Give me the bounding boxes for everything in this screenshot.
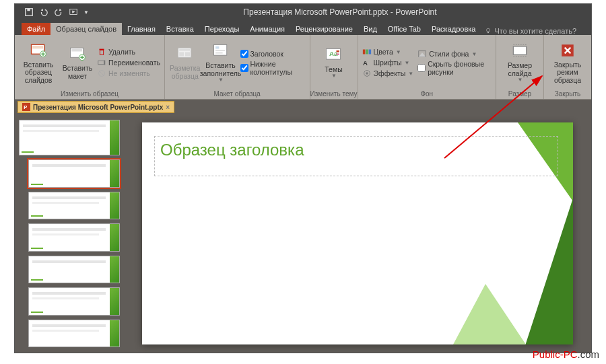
slide[interactable]: Образец заголовка [142, 122, 573, 344]
slide-master-thumbnail[interactable] [19, 120, 120, 155]
tab-view[interactable]: Вид [358, 23, 382, 35]
quick-access-toolbar: ▼ [15, 7, 89, 17]
lightbulb-icon [485, 28, 492, 34]
svg-text:P: P [24, 104, 27, 110]
qat-dropdown-icon[interactable]: ▼ [83, 9, 89, 15]
tab-office-tab[interactable]: Office Tab [382, 23, 426, 35]
footers-checkbox[interactable]: Нижние колонтитулы [240, 60, 306, 76]
svg-rect-22 [215, 50, 225, 51]
redo-icon[interactable] [54, 7, 63, 17]
insert-slide-master-icon [29, 41, 48, 60]
title-checkbox[interactable]: Заголовок [240, 50, 306, 58]
insert-layout-button[interactable]: Вставить макет [58, 38, 97, 87]
tell-me-search[interactable]: Что вы хотите сделать? [485, 27, 576, 35]
svg-rect-27 [336, 53, 339, 55]
layout-thumbnail[interactable] [28, 320, 120, 347]
svg-text:A: A [362, 59, 367, 67]
chevron-down-icon: ▼ [396, 49, 401, 55]
slide-size-button[interactable]: Размер слайда▼ [500, 38, 539, 87]
svg-rect-9 [71, 49, 82, 52]
layout-thumbnail[interactable] [28, 159, 120, 187]
close-master-view-button[interactable]: Закрыть режим образца [548, 38, 587, 87]
watermark: Public-PC.com [533, 349, 599, 360]
slide-size-icon [510, 42, 529, 61]
group-label-close: Закрыть [544, 90, 591, 99]
master-layout-icon [176, 44, 195, 63]
document-tab-label: Презентация Microsoft PowerPoint.pptx [33, 104, 163, 111]
powerpoint-file-icon: P [22, 103, 30, 111]
tab-animations[interactable]: Анимация [244, 23, 290, 35]
insert-placeholder-button[interactable]: Вставить заполнитель▼ [201, 38, 240, 87]
tab-slide-master[interactable]: Образец слайдов [50, 23, 122, 35]
rename-icon [97, 58, 106, 67]
insert-layout-icon [68, 44, 87, 63]
insert-slide-master-button[interactable]: Вставить образец слайдов [19, 38, 58, 87]
rename-button[interactable]: Переименовать [97, 58, 160, 67]
themes-icon: Aa [325, 46, 343, 65]
close-tab-icon[interactable]: × [166, 104, 170, 111]
colors-button[interactable]: Цвета▼ [362, 47, 414, 57]
chevron-down-icon: ▼ [331, 73, 337, 79]
undo-icon[interactable] [39, 7, 48, 17]
bg-styles-icon [417, 49, 427, 59]
preserve-icon [97, 69, 106, 78]
title-text[interactable]: Образец заголовка [160, 141, 552, 159]
group-close: Закрыть режим образца Закрыть [544, 35, 591, 99]
save-icon[interactable] [24, 7, 34, 17]
tab-review[interactable]: Рецензирование [290, 23, 358, 35]
hide-bg-checkbox[interactable]: Скрыть фоновые рисунки [417, 60, 492, 76]
tab-insert[interactable]: Вставка [161, 23, 199, 35]
document-tab[interactable]: P Презентация Microsoft PowerPoint.pptx … [18, 101, 174, 113]
group-label-bg: Фон [358, 90, 496, 99]
group-label-size: Размер [496, 90, 543, 99]
tab-file[interactable]: Файл [22, 23, 50, 35]
layout-thumbnail[interactable] [28, 287, 120, 315]
layout-thumbnail[interactable] [28, 223, 120, 251]
svg-rect-35 [513, 46, 526, 54]
layout-thumbnail[interactable] [28, 256, 120, 283]
tab-home[interactable]: Главная [122, 23, 161, 35]
preserve-button[interactable]: Не изменять [97, 69, 160, 78]
svg-rect-1 [27, 9, 30, 11]
layout-thumbnail[interactable] [28, 192, 120, 219]
svg-rect-29 [366, 50, 368, 54]
svg-rect-28 [362, 50, 365, 54]
slide-canvas[interactable]: Образец заголовка [124, 114, 591, 353]
background-styles-button[interactable]: Стили фона▼ [417, 49, 492, 59]
chevron-down-icon: ▼ [405, 60, 410, 66]
slide-thumbnail-panel[interactable] [15, 114, 124, 353]
colors-icon [362, 47, 372, 57]
svg-rect-14 [104, 61, 106, 65]
svg-rect-17 [179, 49, 190, 51]
tab-storyboarding[interactable]: Раскадровка [426, 23, 481, 35]
chevron-down-icon: ▼ [471, 51, 477, 57]
svg-rect-18 [179, 52, 184, 57]
group-background: Цвета▼ A Шрифты▼ Эффекты▼ Стили фона▼ [358, 35, 497, 99]
delete-button[interactable]: Удалить [97, 47, 160, 57]
title-bar: ▼ Презентация Microsoft PowerPoint.pptx … [15, 4, 591, 20]
effects-button[interactable]: Эффекты▼ [362, 69, 414, 78]
group-size: Размер слайда▼ Размер [496, 35, 544, 99]
effects-icon [362, 69, 372, 78]
group-label-layout: Макет образца [165, 90, 310, 99]
app-window: ▼ Презентация Microsoft PowerPoint.pptx … [14, 3, 592, 353]
group-label-theme: Изменить тему [310, 90, 358, 99]
fonts-button[interactable]: A Шрифты▼ [362, 58, 414, 67]
delete-icon [97, 47, 106, 57]
group-theme: Aa Темы▼ Изменить тему [310, 35, 358, 99]
title-placeholder[interactable]: Образец заголовка [154, 136, 558, 176]
svg-rect-19 [185, 52, 190, 57]
group-label-edit: Изменить образец [15, 90, 164, 99]
start-slideshow-icon[interactable] [69, 7, 78, 17]
chevron-down-icon: ▼ [218, 77, 224, 83]
svg-rect-30 [368, 50, 371, 54]
document-tab-strip: P Презентация Microsoft PowerPoint.pptx … [15, 100, 591, 114]
window-title: Презентация Microsoft PowerPoint.pptx - … [89, 7, 591, 17]
svg-rect-26 [336, 50, 339, 52]
themes-button[interactable]: Aa Темы▼ [314, 38, 354, 87]
svg-rect-6 [32, 46, 43, 48]
svg-point-33 [366, 72, 368, 75]
svg-rect-4 [487, 32, 489, 33]
tab-transitions[interactable]: Переходы [199, 23, 245, 35]
fonts-icon: A [362, 58, 372, 67]
